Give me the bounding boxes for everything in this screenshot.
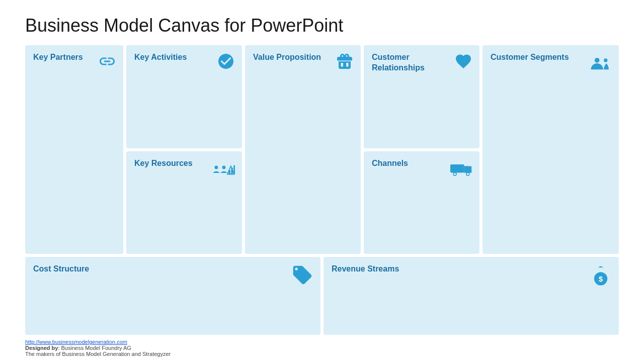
- truck-icon-svg: [450, 158, 472, 180]
- resources-icon-svg: [213, 158, 235, 180]
- cell-channels: Channels: [364, 151, 479, 254]
- checkmark-icon: [217, 52, 235, 74]
- svg-text:$: $: [599, 275, 603, 283]
- cell-cost-structure: Cost Structure: [25, 257, 320, 335]
- money-bag-icon: $: [590, 264, 612, 290]
- money-bag-icon-svg: $: [590, 264, 612, 286]
- col-activities-resources: Key Activities Key Resources: [126, 45, 242, 254]
- heart-icon: [454, 52, 472, 74]
- truck-icon: [450, 158, 472, 184]
- people-icon-svg: [590, 52, 612, 74]
- cell-customer-segments: Customer Segments: [482, 45, 619, 254]
- svg-rect-6: [450, 164, 464, 172]
- footer-designed-by: Designed by: Business Model Foundry AG: [25, 345, 131, 351]
- cell-value-proposition: Value Proposition: [245, 45, 361, 254]
- footer: http://www.businessmodelgeneration.com D…: [25, 339, 619, 357]
- cell-revenue-streams: Revenue Streams $: [324, 257, 619, 335]
- gift-icon: [336, 52, 354, 74]
- canvas-area: Key Partners Key Activities: [25, 45, 619, 335]
- footer-designed-value: : Business Model Foundry AG: [58, 345, 131, 351]
- page-title: Business Model Canvas for PowerPoint: [25, 15, 619, 36]
- resources-icon: [213, 158, 235, 184]
- key-partners-label: Key Partners: [33, 52, 95, 63]
- people-icon: [590, 52, 612, 78]
- value-proposition-label: Value Proposition: [253, 52, 328, 63]
- tag-icon-svg: [291, 264, 313, 286]
- svg-marker-5: [227, 166, 234, 174]
- customer-segments-label: Customer Segments: [491, 52, 581, 63]
- cell-key-resources: Key Resources: [126, 151, 242, 254]
- svg-point-0: [214, 165, 218, 169]
- link-icon-svg: [98, 52, 116, 70]
- cost-structure-label: Cost Structure: [33, 264, 243, 275]
- heart-icon-svg: [454, 52, 472, 70]
- channels-label: Channels: [372, 158, 447, 169]
- svg-point-1: [222, 165, 226, 169]
- footer-designed-label: Designed by: [25, 345, 58, 351]
- col-customer-right: Customer Relationships Channels: [364, 45, 479, 254]
- key-resources-label: Key Resources: [134, 158, 209, 169]
- checkmark-icon-svg: [217, 52, 235, 70]
- svg-point-12: [604, 58, 607, 62]
- svg-point-11: [595, 58, 600, 63]
- customer-relationships-label: Customer Relationships: [372, 52, 447, 73]
- link-icon: [98, 52, 116, 74]
- gift-icon-svg: [336, 52, 354, 70]
- cell-customer-relationships: Customer Relationships: [364, 45, 479, 148]
- footer-link[interactable]: http://www.businessmodelgeneration.com: [25, 339, 127, 345]
- bottom-section: Cost Structure Revenue Streams $: [25, 257, 619, 335]
- cell-key-activities: Key Activities: [126, 45, 242, 148]
- key-activities-label: Key Activities: [134, 52, 209, 63]
- svg-point-9: [454, 173, 456, 175]
- revenue-streams-label: Revenue Streams: [332, 264, 541, 275]
- tag-icon: [291, 264, 313, 290]
- page: Business Model Canvas for PowerPoint Key…: [0, 0, 644, 362]
- footer-tagline: The makers of Business Model Generation …: [25, 351, 171, 357]
- top-section: Key Partners Key Activities: [25, 45, 619, 254]
- cell-key-partners: Key Partners: [25, 45, 123, 254]
- svg-point-10: [467, 173, 469, 175]
